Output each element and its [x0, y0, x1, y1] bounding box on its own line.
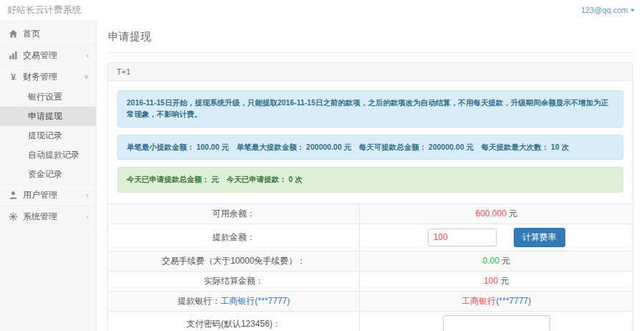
- currency-unit: 元: [500, 276, 509, 286]
- available-balance-amount: 600.000: [475, 208, 506, 219]
- withdraw-amount-label: 提款金额：: [108, 224, 360, 251]
- currency-unit: 元: [502, 256, 510, 266]
- bar-chart-icon: [7, 51, 19, 60]
- withdraw-panel: T+1 2016-11-15日开始，提现系统升级，只能提取2016-11-15日…: [107, 62, 633, 331]
- sidebar-item-home[interactable]: 首页: [0, 24, 96, 45]
- panel-body: 2016-11-15日开始，提现系统升级，只能提取2016-11-15日之前的款…: [108, 81, 633, 203]
- home-icon: [7, 29, 19, 39]
- gear-icon: [7, 212, 19, 221]
- bank-label: 提款银行：: [177, 296, 220, 306]
- chevron-down-icon: ˅: [84, 73, 89, 81]
- sidebar-item-auto-withdraw-records[interactable]: 自动提款记录: [0, 145, 96, 165]
- table-row-bank: 提款银行：工商银行(***7777) 工商银行(***7777): [108, 291, 633, 311]
- bank-name: 工商银行: [462, 296, 496, 306]
- sidebar-item-label: 用户管理: [23, 189, 57, 201]
- fee-label: 交易手续费（大于10000免手续费）：: [108, 251, 360, 271]
- withdraw-amount-input[interactable]: [428, 229, 497, 246]
- settlement-label: 实际结算金额：: [108, 271, 360, 291]
- sidebar-item-bank-settings[interactable]: 银行设置: [0, 87, 96, 107]
- finance-submenu: 银行设置 申请提现 提现记录 自动提款记录 资金记录: [0, 87, 96, 185]
- settlement-amount: 100: [484, 276, 498, 286]
- sidebar-item-withdraw-records[interactable]: 提现记录: [0, 126, 96, 145]
- pay-password-label: 支付密码(默认123456)：: [108, 311, 360, 331]
- table-row-settlement: 实际结算金额： 100元: [108, 271, 633, 291]
- caret-down-icon: ▾: [630, 6, 634, 14]
- settlement-value: 100元: [360, 271, 633, 291]
- available-balance-label: 可用余额：: [108, 204, 360, 224]
- bank-card-mask: (***7777): [496, 296, 531, 306]
- sidebar-item-trade[interactable]: 交易管理 ‹: [0, 45, 96, 67]
- sidebar: 首页 交易管理 ‹ ¥ 财务管理 ˅ 银行设置 申请提现 提现记录 自动提款记录…: [0, 20, 97, 331]
- limits-alert: 单笔最小提款金额： 100.00 元 单笔最大提款金额： 200000.00 元…: [117, 135, 623, 160]
- calc-fee-button[interactable]: 计算费率: [514, 228, 565, 247]
- sidebar-item-users[interactable]: 用户管理 ‹: [0, 185, 96, 206]
- sidebar-item-label: 财务管理: [23, 71, 57, 83]
- chevron-left-icon: ‹: [86, 191, 89, 199]
- sidebar-item-fund-records[interactable]: 资金记录: [0, 165, 96, 184]
- sidebar-item-label: 首页: [23, 28, 40, 40]
- chevron-left-icon: ‹: [86, 213, 89, 221]
- sidebar-item-label: 系统管理: [23, 211, 57, 223]
- currency-unit: 元: [509, 208, 517, 219]
- sidebar-item-label: 交易管理: [23, 49, 57, 62]
- user-icon: [7, 191, 19, 200]
- sidebar-item-apply-withdraw[interactable]: 申请提现: [0, 107, 96, 126]
- sidebar-item-system[interactable]: 系统管理 ‹: [0, 206, 96, 228]
- fee-value: 0.00元: [360, 251, 633, 271]
- user-email: 123@qq.com: [581, 6, 628, 14]
- app-title: 好站长云计费系统: [7, 4, 82, 16]
- bank-value: 工商银行(***7777): [360, 291, 633, 311]
- sidebar-item-finance[interactable]: ¥ 财务管理 ˅: [0, 67, 96, 87]
- fee-amount: 0.00: [482, 256, 499, 266]
- yen-icon: ¥: [7, 72, 19, 82]
- upgrade-notice-alert: 2016-11-15日开始，提现系统升级，只能提取2016-11-15日之前的款…: [117, 90, 623, 128]
- table-row-withdraw-amount: 提款金额： 计算费率: [108, 224, 633, 251]
- main-content: 申请提现 T+1 2016-11-15日开始，提现系统升级，只能提取2016-1…: [97, 20, 644, 331]
- bank-link[interactable]: 工商银行(***7777): [220, 296, 290, 306]
- chevron-left-icon: ‹: [86, 52, 89, 59]
- withdraw-form-table: 可用余额： 600.000元 提款金额： 计算费率 交易手续费（大: [108, 203, 633, 331]
- table-row-fee: 交易手续费（大于10000免手续费）： 0.00元: [108, 251, 633, 271]
- table-row-password: 支付密码(默认123456)：: [108, 311, 633, 331]
- topbar: 好站长云计费系统 123@qq.com ▾: [0, 0, 644, 20]
- available-balance-value: 600.000元: [360, 204, 633, 224]
- today-summary-alert: 今天已申请提款总金额： 元 今天已申请提款： 0 次: [117, 167, 623, 193]
- panel-heading: T+1: [108, 63, 633, 81]
- user-menu[interactable]: 123@qq.com ▾: [581, 6, 634, 14]
- table-row-available-balance: 可用余额： 600.000元: [108, 204, 633, 224]
- page-title: 申请提现: [107, 24, 633, 53]
- pay-password-input[interactable]: [443, 315, 550, 331]
